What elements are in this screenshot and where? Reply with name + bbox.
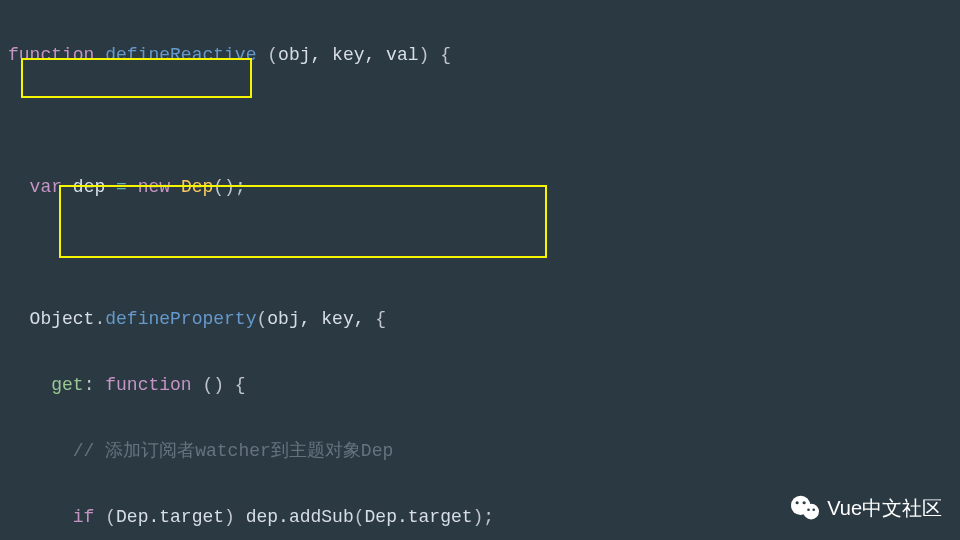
code-line-6: get: function () { <box>8 369 952 402</box>
args: obj, key, <box>267 309 375 329</box>
function-name: defineReactive <box>105 45 256 65</box>
keyword-if: if <box>73 507 95 527</box>
identifier-object: Object <box>30 309 95 329</box>
type-dep: Dep <box>181 177 213 197</box>
code-line-7: // 添加订阅者watcher到主题对象Dep <box>8 435 952 468</box>
operator-assign: = <box>116 177 127 197</box>
code-line-5: Object.defineProperty(obj, key, { <box>8 303 952 336</box>
arg-dep-target: Dep.target <box>365 507 473 527</box>
code-line-blank <box>8 105 952 138</box>
code-line-blank <box>8 237 952 270</box>
code-line-3: var dep = new Dep(); <box>8 171 952 204</box>
prop-get: get <box>51 375 83 395</box>
keyword-function: function <box>8 45 94 65</box>
keyword-new: new <box>138 177 170 197</box>
comment-watcher: // 添加订阅者watcher到主题对象Dep <box>73 441 393 461</box>
call-addsub: dep.addSub <box>246 507 354 527</box>
keyword-function: function <box>105 375 191 395</box>
code-line-1: function defineReactive (obj, key, val) … <box>8 39 952 72</box>
cond-dep-target: Dep.target <box>116 507 224 527</box>
identifier-dep: dep <box>73 177 105 197</box>
code-block: function defineReactive (obj, key, val) … <box>0 0 960 540</box>
method-defineproperty: defineProperty <box>105 309 256 329</box>
params: obj, key, val <box>278 45 418 65</box>
keyword-var: var <box>30 177 62 197</box>
code-line-8: if (Dep.target) dep.addSub(Dep.target); <box>8 501 952 534</box>
